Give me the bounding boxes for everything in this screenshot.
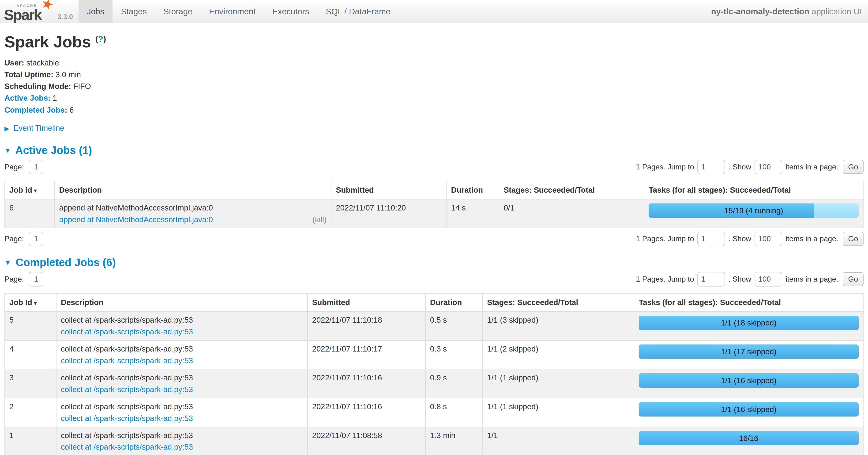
job-id-cell: 5 [5,312,56,340]
jump-to-input[interactable] [698,160,725,174]
go-button[interactable]: Go [843,160,864,174]
job-stages-cell: 1/1 (3 skipped) [483,312,634,340]
column-header-submitted[interactable]: Submitted [331,181,446,199]
pagination-controls: 1 Pages. Jump to. Show items in a page.G… [636,232,864,246]
completed-jobs-header[interactable]: ▼ Completed Jobs (6) [4,256,864,269]
page-number-input[interactable] [29,272,43,286]
job-description-cell: collect at /spark-scripts/spark-ad.py:53… [56,369,308,398]
job-description-link[interactable]: append at NativeMethodAccessorImpl.java:… [59,215,213,224]
page-number-input[interactable] [29,160,43,174]
show-count-input[interactable] [754,232,782,246]
job-summary: User: stackable Total Uptime: 3.0 min Sc… [4,58,864,115]
job-id-cell: 6 [5,199,55,228]
pages-jump-label: 1 Pages. Jump to [636,163,694,171]
column-header-description[interactable]: Description [56,293,308,312]
pagination-bar: Page:1 Pages. Jump to. Show items in a p… [4,160,864,174]
pagination-controls: 1 Pages. Jump to. Show items in a page.G… [636,272,864,286]
column-header-job-id[interactable]: Job Id▾ [5,181,55,199]
job-description-text: append at NativeMethodAccessorImpl.java:… [59,203,327,212]
completed-jobs-table-body: 5collect at /spark-scripts/spark-ad.py:5… [5,312,863,455]
tasks-progress-label: 1/1 (16 skipped) [639,402,859,417]
job-submitted-cell: 2022/11/07 11:08:58 [308,427,426,455]
column-header-tasks-for-all-stages-succeeded-total[interactable]: Tasks (for all stages): Succeeded/Total [634,293,863,312]
job-description-link[interactable]: collect at /spark-scripts/spark-ad.py:53 [61,385,193,394]
job-submitted-cell: 2022/11/07 11:10:16 [308,369,426,398]
tasks-progress-label: 15/19 (4 running) [649,203,859,218]
tab-environment[interactable]: Environment [200,0,264,23]
tab-sql-dataframe[interactable]: SQL / DataFrame [317,0,399,23]
job-description-line2: append at NativeMethodAccessorImpl.java:… [59,215,327,224]
show-count-input[interactable] [754,272,782,286]
tab-storage[interactable]: Storage [155,0,201,23]
tasks-progress-bar: 1/1 (16 skipped) [639,373,859,388]
active-jobs-count: 1 [53,94,57,102]
column-header-label: Stages: Succeeded/Total [504,186,595,194]
items-per-page-label: items in a page. [785,163,838,171]
go-button[interactable]: Go [843,272,864,286]
active-jobs-link[interactable]: Active Jobs: [4,94,51,102]
column-header-label: Duration [430,298,462,307]
column-header-description[interactable]: Description [54,181,331,199]
kill-link[interactable]: (kill) [312,215,327,224]
completed-jobs-header-text: Completed Jobs (6) [16,256,116,268]
nav-tabs: Jobs Stages Storage Environment Executor… [79,0,399,23]
column-header-duration[interactable]: Duration [426,293,483,312]
job-description-link[interactable]: collect at /spark-scripts/spark-ad.py:53 [61,414,193,423]
job-description-cell: collect at /spark-scripts/spark-ad.py:53… [56,312,308,340]
scheduling-mode-value: FIFO [73,82,91,91]
spark-logo[interactable]: APACHE Spark ★ 3.3.0 [0,0,79,23]
table-header-row: Job Id▾DescriptionSubmittedDurationStage… [5,181,863,199]
page-label: Page: [4,163,24,171]
application-title-suffix: application UI [811,7,862,16]
page-label: Page: [4,275,24,283]
column-header-stages-succeeded-total[interactable]: Stages: Succeeded/Total [483,293,634,312]
completed-jobs-count: 6 [69,106,73,114]
job-tasks-cell: 16/16 [634,427,863,455]
event-timeline-toggle[interactable]: ▶ Event Timeline [4,124,864,133]
active-jobs-table-head: Job Id▾DescriptionSubmittedDurationStage… [5,181,863,199]
job-tasks-cell: 1/1 (16 skipped) [634,369,863,398]
column-header-submitted[interactable]: Submitted [308,293,426,312]
tab-executors[interactable]: Executors [264,0,317,23]
scheduling-mode-label: Scheduling Mode: [4,82,71,91]
job-description-link[interactable]: collect at /spark-scripts/spark-ad.py:53 [61,356,193,365]
application-name: ny-tlc-anomaly-detection [711,7,809,16]
job-description-cell: collect at /spark-scripts/spark-ad.py:53… [56,398,308,427]
tab-stages[interactable]: Stages [113,0,155,23]
job-description-link[interactable]: collect at /spark-scripts/spark-ad.py:53 [61,328,193,336]
job-description-text: collect at /spark-scripts/spark-ad.py:53 [61,344,303,353]
table-header-row: Job Id▾DescriptionSubmittedDurationStage… [5,293,863,312]
page-number-input[interactable] [29,232,43,246]
column-header-label: Stages: Succeeded/Total [487,298,578,307]
column-header-duration[interactable]: Duration [446,181,499,199]
job-description-text: collect at /spark-scripts/spark-ad.py:53 [61,373,303,382]
tab-jobs[interactable]: Jobs [79,0,113,23]
tasks-progress-label: 1/1 (17 skipped) [639,344,859,359]
jump-to-input[interactable] [698,272,725,286]
job-description-link[interactable]: collect at /spark-scripts/spark-ad.py:53 [61,443,193,451]
spark-version: 3.3.0 [58,13,73,21]
expand-arrow-icon: ▶ [4,125,9,132]
column-header-job-id[interactable]: Job Id▾ [5,293,56,312]
job-duration-cell: 0.5 s [426,312,483,340]
column-header-tasks-for-all-stages-succeeded-total[interactable]: Tasks (for all stages): Succeeded/Total [644,181,864,199]
job-row: 5collect at /spark-scripts/spark-ad.py:5… [5,312,863,340]
tasks-progress-bar: 1/1 (16 skipped) [639,402,859,417]
sort-desc-icon: ▾ [34,187,37,194]
collapse-arrow-icon: ▼ [4,147,11,154]
spark-logo-image: APACHE Spark ★ [3,0,46,23]
items-per-page-label: items in a page. [785,275,838,283]
go-button[interactable]: Go [843,232,864,246]
column-header-stages-succeeded-total[interactable]: Stages: Succeeded/Total [499,181,644,199]
items-per-page-label: items in a page. [785,234,838,243]
show-count-input[interactable] [754,160,782,174]
jump-to-input[interactable] [698,232,725,246]
help-tooltip-icon[interactable]: (?) [95,34,106,44]
pagination-bar: Page:1 Pages. Jump to. Show items in a p… [4,232,864,246]
tasks-progress-label: 1/1 (18 skipped) [639,316,859,330]
job-row: 4collect at /spark-scripts/spark-ad.py:5… [5,340,863,369]
column-header-label: Submitted [312,298,350,307]
active-jobs-header[interactable]: ▼ Active Jobs (1) [4,144,864,157]
job-duration-cell: 1.3 min [426,427,483,455]
completed-jobs-link[interactable]: Completed Jobs: [4,106,67,114]
